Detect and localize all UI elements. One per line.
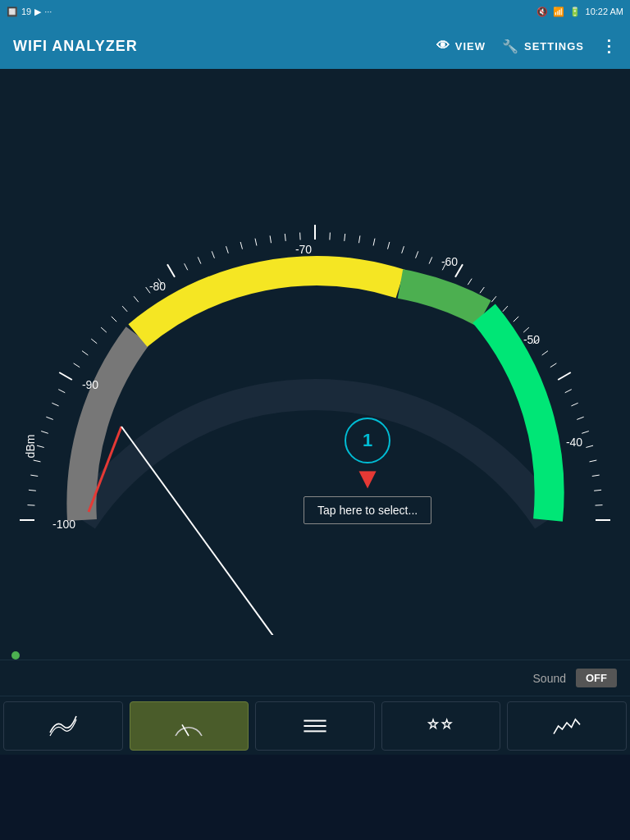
svg-line-3	[30, 475, 38, 476]
nav-list-view[interactable]	[255, 701, 375, 751]
mute-icon: 🔇	[536, 7, 548, 17]
svg-line-41	[468, 279, 472, 285]
status-bar-right: 🔇 📶 🔋 10:22 AM	[536, 7, 623, 17]
svg-line-32	[345, 234, 345, 241]
svg-marker-65	[428, 719, 437, 728]
svg-line-22	[198, 257, 201, 263]
svg-line-16	[122, 306, 127, 312]
svg-line-9	[58, 390, 65, 393]
svg-line-61	[182, 724, 189, 736]
tap-here-button[interactable]: Tap here to select...	[304, 496, 431, 524]
notification-icon: 🔲	[7, 7, 18, 17]
scale-80-label: -80	[149, 280, 166, 293]
status-bar: 🔲 19 ▶ ··· 🔇 📶 🔋 10:22 AM	[0, 0, 630, 23]
svg-line-56	[590, 460, 597, 462]
scale-40-label: -40	[566, 436, 582, 449]
status-bar-left: 🔲 19 ▶ ···	[7, 7, 52, 17]
view-button[interactable]: 👁 VIEW	[436, 39, 486, 53]
svg-line-50	[558, 372, 571, 380]
network-badge[interactable]: 1	[345, 418, 390, 463]
time-display: 10:22 AM	[586, 7, 623, 16]
scale-70-label: -70	[295, 243, 312, 256]
svg-line-43	[491, 296, 496, 302]
svg-line-2	[29, 490, 36, 491]
svg-line-45	[514, 317, 518, 322]
nav-signal-graph[interactable]	[3, 701, 123, 751]
svg-line-13	[91, 339, 97, 344]
svg-line-48	[542, 351, 548, 355]
svg-line-24	[226, 246, 229, 253]
scale-90-label: -90	[82, 378, 98, 391]
svg-line-4	[34, 460, 41, 462]
top-bar: WIFI ANALYZER 👁 VIEW 🔧 SETTINGS ⋮	[0, 23, 630, 69]
top-bar-actions: 👁 VIEW 🔧 SETTINGS ⋮	[436, 36, 617, 56]
wifi-icon: 📶	[553, 7, 564, 17]
nav-gauge-view[interactable]	[130, 701, 249, 751]
scale-100-label: -100	[52, 518, 75, 531]
svg-line-54	[582, 431, 589, 434]
sound-bar: Sound OFF	[0, 660, 630, 696]
sound-label: Sound	[533, 672, 566, 685]
svg-line-23	[212, 251, 214, 258]
svg-line-52	[571, 403, 578, 406]
svg-line-49	[550, 363, 557, 368]
wrench-icon: 🔧	[502, 39, 519, 54]
svg-line-36	[402, 246, 404, 253]
svg-line-35	[388, 242, 390, 249]
more-button[interactable]: ⋮	[600, 36, 617, 56]
svg-line-51	[565, 390, 572, 393]
more-status-icon: ···	[44, 7, 52, 16]
status-number: 19	[21, 7, 31, 16]
svg-line-42	[480, 287, 484, 293]
svg-line-5	[37, 445, 44, 447]
eye-icon: 👁	[436, 39, 450, 53]
down-arrow-icon: ▼	[353, 463, 382, 493]
svg-line-46	[523, 327, 529, 332]
svg-line-38	[429, 257, 432, 263]
svg-line-10	[59, 372, 72, 380]
nav-time-graph[interactable]	[507, 701, 627, 751]
sound-toggle-button[interactable]: OFF	[576, 669, 617, 687]
scale-60-label: -60	[441, 255, 458, 268]
svg-line-28	[285, 234, 285, 241]
sound-indicator-dot	[11, 651, 20, 660]
settings-button[interactable]: 🔧 SETTINGS	[502, 39, 584, 54]
svg-line-14	[101, 327, 107, 332]
svg-line-17	[134, 296, 139, 302]
bottom-nav	[0, 696, 630, 755]
svg-line-20	[167, 264, 175, 277]
svg-line-6	[41, 431, 48, 434]
svg-line-11	[74, 363, 80, 368]
svg-line-8	[52, 403, 58, 406]
svg-line-25	[240, 242, 242, 249]
battery-icon: 🔋	[569, 7, 581, 17]
app-title: WIFI ANALYZER	[13, 38, 138, 55]
svg-line-57	[592, 475, 600, 476]
dbm-label: dBm	[24, 435, 37, 459]
main-content: -100 dBm -90 -80 -70 -60 -50 -40	[0, 69, 630, 755]
svg-marker-66	[442, 719, 451, 728]
svg-line-12	[82, 351, 88, 355]
nav-star-view[interactable]	[381, 701, 501, 751]
badge-number: 1	[363, 430, 372, 451]
svg-line-33	[359, 235, 360, 243]
svg-line-26	[255, 239, 257, 246]
svg-line-15	[112, 317, 116, 322]
svg-line-37	[416, 251, 418, 258]
gauge-container: -100 dBm -90 -80 -70 -60 -50 -40	[0, 69, 630, 660]
svg-line-7	[46, 417, 52, 419]
svg-line-21	[185, 263, 188, 270]
svg-line-55	[586, 445, 593, 447]
settings-label: SETTINGS	[524, 40, 584, 52]
svg-line-53	[577, 417, 583, 419]
svg-line-58	[594, 490, 601, 491]
svg-line-34	[373, 239, 375, 246]
svg-line-44	[503, 306, 508, 312]
svg-line-27	[270, 235, 271, 243]
play-icon: ▶	[34, 7, 41, 17]
gauge-svg: -100 dBm -90 -80 -70 -60 -50 -40	[0, 94, 630, 635]
view-label: VIEW	[455, 40, 486, 52]
